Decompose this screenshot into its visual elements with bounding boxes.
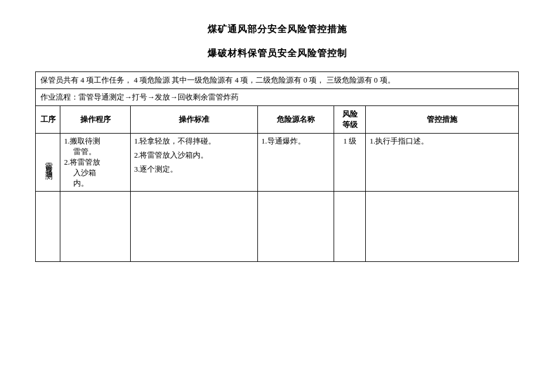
main-table: 保管员共有 4 项工作任务， 4 项危险源 其中一级危险源有 4 项，二级危险源… <box>35 71 519 262</box>
cuoshi-line-1: 1.执行手指口述。 <box>369 136 515 146</box>
empty-weixian <box>257 192 334 262</box>
flow-cell: 作业流程：雷管导通测定→打号→发放→回收剩余雷管炸药 <box>36 89 519 106</box>
caozuo-chengxu-line-2: 雷管。 <box>64 146 126 157</box>
info-cell: 保管员共有 4 项工作任务， 4 项危险源 其中一级危险源有 4 项，二级危险源… <box>36 72 519 89</box>
empty-gongxu <box>36 192 60 262</box>
info-row: 保管员共有 4 项工作任务， 4 项危险源 其中一级危险源有 4 项，二级危险源… <box>36 72 519 89</box>
guankong-cuoshi-cell: 1.执行手指口述。 <box>366 134 519 192</box>
biaozhun-line-3: 3.逐个测定。 <box>134 164 254 175</box>
gongxu-cell: 雷管导通测 <box>36 134 60 192</box>
header-caozuo-chengxu: 操作程序 <box>60 106 130 134</box>
caozuo-chengxu-line-3: 2.将雷管放 <box>64 157 126 168</box>
fengxian-dengji-cell: 1 级 <box>334 134 366 192</box>
biaozhun-line-1: 1.轻拿轻放，不得摔碰。 <box>134 136 254 146</box>
caozuo-chengxu-cell: 1.搬取待测 雷管。 2.将雷管放 入沙箱 内。 <box>60 134 130 192</box>
biaozhun-line-2: 2.将雷管放入沙箱内。 <box>134 150 254 161</box>
header-caozuo-biaozhun: 操作标准 <box>130 106 257 134</box>
dengji-label: 等级 <box>342 120 358 129</box>
header-gongxu: 工序 <box>36 106 60 134</box>
header-fengxian-dengji: 风险 等级 <box>334 106 366 134</box>
empty-chengxu <box>60 192 130 262</box>
dengji-value: 1 级 <box>338 136 362 146</box>
caozuo-chengxu-line-1: 1.搬取待测 <box>64 136 126 146</box>
header-row: 工序 操作程序 操作标准 危险源名称 风险 等级 管控措施 <box>36 106 519 134</box>
data-row-1: 雷管导通测 1.搬取待测 雷管。 2.将雷管放 入沙箱 内。 1.轻拿轻放，不得… <box>36 134 519 192</box>
fengxian-label: 风险 <box>342 110 358 118</box>
weixian-yuanming-cell: 1.导通爆炸。 <box>257 134 334 192</box>
main-title: 煤矿通风部分安全风险管控措施 <box>35 23 519 36</box>
empty-row <box>36 192 519 262</box>
empty-cuoshi <box>366 192 519 262</box>
weixian-line-1: 1.导通爆炸。 <box>261 136 330 146</box>
header-guankong-cuoshi: 管控措施 <box>366 106 519 134</box>
caozuo-chengxu-line-4: 入沙箱 <box>64 168 126 178</box>
header-weixian-yuanming: 危险源名称 <box>257 106 334 134</box>
sub-title: 爆破材料保管员安全风险管控制 <box>35 47 519 60</box>
flow-row: 作业流程：雷管导通测定→打号→发放→回收剩余雷管炸药 <box>36 89 519 106</box>
caozuo-chengxu-line-5: 内。 <box>64 178 126 189</box>
empty-dengji <box>334 192 366 262</box>
caozuo-biaozhun-cell: 1.轻拿轻放，不得摔碰。 2.将雷管放入沙箱内。 3.逐个测定。 <box>130 134 257 192</box>
empty-biaozhun <box>130 192 257 262</box>
